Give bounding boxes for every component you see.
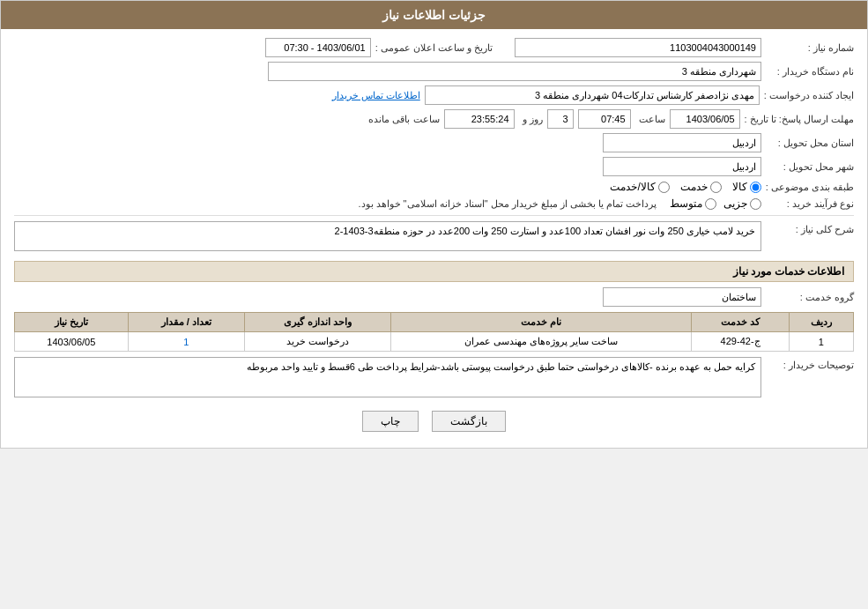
cell-vahed: درخواست خرید [244,332,390,352]
label-saat: ساعت [639,114,665,125]
row-tosifat: توصیحات خریدار : کرایه حمل به عهده برنده… [14,357,854,400]
cell-tedad: 1 [128,332,244,352]
btn-chap[interactable]: چاپ [362,411,419,432]
th-namKhadamat: نام خدمت [391,313,692,332]
label-noefarayand: نوع فرآیند خرید : [766,198,854,210]
tosifat-container: کرایه حمل به عهده برنده -کالاهای درخواست… [14,357,761,400]
input-mohlat-rooz[interactable] [547,109,574,129]
link-etelaatTamas[interactable]: اطلاعات تماس خریدار [332,90,420,101]
textarea-tosifat[interactable]: کرایه حمل به عهده برنده -کالاهای درخواست… [14,357,761,397]
row-sharhKoli: شرح کلی نیاز : خرید لامب خیاری 250 وات ن… [14,221,854,254]
label-mohlat: مهلت ارسال پاسخ: تا تاریخ : [745,114,854,125]
divider1 [14,215,854,216]
cell-tarikh: 1403/06/05 [15,332,129,352]
th-kodKhadamat: کد خدمت [692,313,790,332]
textarea-sharhKoli[interactable]: خرید لامب خیاری 250 وات نور افشان تعداد … [14,221,761,251]
section-khadamat: اطلاعات خدمات مورد نیاز [14,261,854,282]
label-tarikh: تاریخ و ساعت اعلان عمومی : [375,42,493,54]
th-radif: ردیف [789,313,853,332]
row-ostan: استان محل تحویل : [14,133,854,152]
radio-kala-input[interactable] [750,182,761,193]
radio-khadamat[interactable]: خدمت [680,181,722,193]
page-header: جزئیات اطلاعات نیاز [1,1,867,29]
th-vahed: واحد اندازه گیری [244,313,390,332]
th-tedad: تعداد / مقدار [128,313,244,332]
button-row: بازگشت چاپ [14,411,854,432]
radio-group-noe: جزیی متوسط [670,197,761,210]
input-mohlat-date[interactable] [670,109,740,129]
label-tosifat: توصیحات خریدار : [766,357,854,371]
section-khadamat-title: اطلاعات خدمات مورد نیاز [733,265,844,278]
label-groupeKhadamat: گروه خدمت : [766,292,854,303]
label-rooz: روز و [523,114,543,125]
radio-group-tabaqe: کالا خدمت کالا/خدمت [610,181,760,193]
row-groupeKhadamat: گروه خدمت : [14,287,854,307]
radio-motevasset[interactable]: متوسط [670,197,716,210]
row-mohlat: مهلت ارسال پاسخ: تا تاریخ : ساعت روز و س… [14,109,854,129]
row-shomareNiaz: شماره نیاز : تاریخ و ساعت اعلان عمومی : [14,38,854,57]
input-namDastgah[interactable] [268,62,761,81]
input-mohlat-remaining[interactable] [444,109,515,129]
cell-namKhadamat: ساخت سایر پروژه‌های مهندسی عمران [391,332,692,352]
input-groupeKhadamat[interactable] [603,287,761,307]
input-ijadKonande[interactable] [425,85,760,105]
label-tabaqe: طبقه بندی موضوعی : [766,182,854,193]
label-baaqiMaandeh: ساعت باقی مانده [368,114,439,125]
input-tarikh[interactable] [265,38,371,57]
label-sharhKoli: شرح کلی نیاز : [766,221,854,235]
input-shahr[interactable] [603,157,761,176]
row-noefarayand: نوع فرآیند خرید : جزیی متوسط پرداخت تمام… [14,197,854,210]
table-row: 1 ج-42-429 ساخت سایر پروژه‌های مهندسی عم… [15,332,854,352]
radio-jozi[interactable]: جزیی [723,197,761,210]
label-ijadKonande: ایجاد کننده درخواست : [764,90,854,101]
btn-bazgasht[interactable]: بازگشت [432,411,506,432]
radio-jozi-input[interactable] [750,198,761,210]
radio-kala-khadamat-input[interactable] [658,182,670,193]
input-shomareNiaz[interactable] [515,38,761,57]
cell-kodKhadamat: ج-42-429 [692,332,790,352]
row-ijadKonande: ایجاد کننده درخواست : اطلاعات تماس خریدا… [14,85,854,105]
label-ostan: استان محل تحویل : [766,137,854,149]
services-table: ردیف کد خدمت نام خدمت واحد اندازه گیری ت… [14,312,854,352]
radio-kala-label: کالا [732,181,747,193]
page-content: شماره نیاز : تاریخ و ساعت اعلان عمومی : … [1,29,867,448]
radio-jozi-label: جزیی [723,197,747,210]
page-title: جزئیات اطلاعات نیاز [382,8,486,22]
table-header-row: ردیف کد خدمت نام خدمت واحد اندازه گیری ت… [15,313,854,332]
main-container: جزئیات اطلاعات نیاز شماره نیاز : تاریخ و… [0,0,868,449]
radio-kala-khadamat[interactable]: کالا/خدمت [610,181,669,193]
cell-radif: 1 [789,332,853,352]
row-tabaqe: طبقه بندی موضوعی : کالا خدمت کالا/خدمت [14,181,854,193]
th-tarikh: تاریخ نیاز [15,313,129,332]
label-namDastgah: نام دستگاه خریدار : [766,66,854,78]
radio-khadamat-input[interactable] [710,182,722,193]
input-ostan[interactable] [603,133,761,152]
radio-motevasset-label: متوسط [670,197,702,210]
radio-kala[interactable]: کالا [732,181,761,193]
radio-khadamat-label: خدمت [680,181,708,193]
row-namDastgah: نام دستگاه خریدار : [14,62,854,81]
label-shomareNiaz: شماره نیاز : [766,42,854,54]
radio-kala-khadamat-label: کالا/خدمت [610,181,655,193]
radio-motevasset-input[interactable] [705,198,716,210]
sharhKoli-container: خرید لامب خیاری 250 وات نور افشان تعداد … [14,221,761,254]
row-shahr: شهر محل تحویل : [14,157,854,176]
label-shahr: شهر محل تحویل : [766,161,854,173]
note-noefarayand: پرداخت تمام یا بخشی از مبلغ خریدار محل "… [358,198,657,210]
input-mohlat-saat[interactable] [578,109,631,129]
